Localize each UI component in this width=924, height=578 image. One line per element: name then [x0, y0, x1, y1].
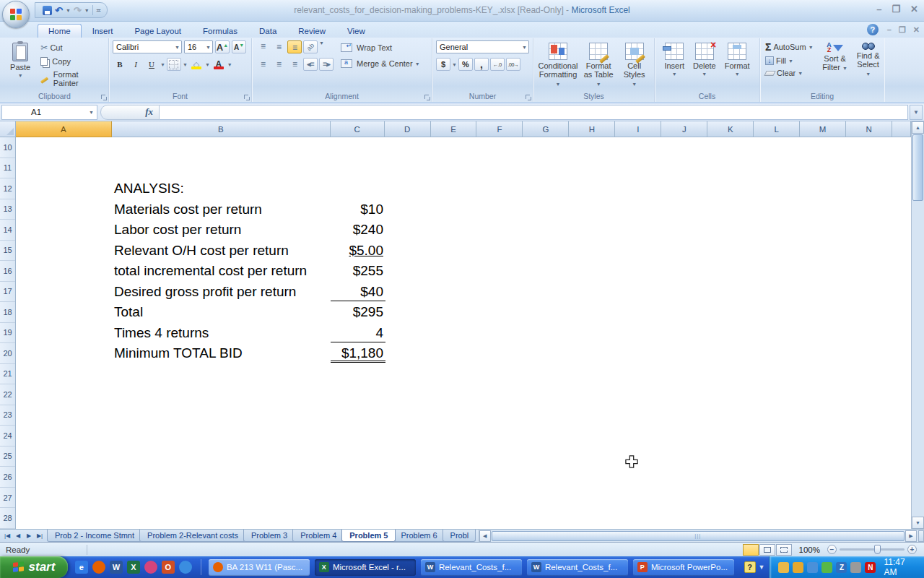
- tab-split-handle[interactable]: [918, 530, 924, 542]
- wrap-text-button[interactable]: Wrap Text: [339, 43, 422, 53]
- last-sheet-button[interactable]: ▶|: [35, 532, 45, 539]
- word-icon[interactable]: W: [110, 561, 123, 574]
- accounting-format-button[interactable]: $: [436, 58, 450, 71]
- font-color-dropdown[interactable]: ▼: [227, 62, 232, 67]
- font-color-button[interactable]: A: [212, 58, 226, 71]
- sheet-tab-problem-5[interactable]: Problem 5: [341, 530, 396, 542]
- sheet-tab-prob-2-income-stmnt[interactable]: Prob 2 - Income Stmnt: [47, 530, 142, 542]
- autosum-button[interactable]: ΣAutoSum▼: [764, 40, 815, 53]
- taskbar-button-excel[interactable]: XMicrosoft Excel - r...: [315, 559, 416, 576]
- accounting-dropdown[interactable]: ▼: [452, 62, 457, 67]
- underline-button[interactable]: U: [144, 58, 159, 71]
- insert-cells-button[interactable]: Insert▼: [661, 40, 687, 92]
- column-header-G[interactable]: G: [523, 121, 569, 137]
- format-as-table-button[interactable]: Format as Table ▼: [580, 40, 616, 92]
- shrink-font-button[interactable]: A▼: [232, 40, 246, 53]
- column-header-L[interactable]: L: [754, 121, 800, 137]
- minimize-button[interactable]: –: [876, 4, 881, 14]
- paste-button[interactable]: Paste▼: [4, 40, 36, 92]
- borders-button[interactable]: [167, 58, 181, 71]
- decrease-indent-button[interactable]: ⫷≡: [303, 58, 318, 71]
- normal-view-button[interactable]: [743, 544, 759, 556]
- zoom-in-button[interactable]: +: [907, 545, 917, 554]
- page-break-view-button[interactable]: [776, 544, 792, 556]
- scroll-left-icon[interactable]: ◀: [479, 530, 491, 542]
- sort-filter-button[interactable]: AZ Sort & Filter ▼: [819, 40, 851, 92]
- zoom-slider-track[interactable]: [840, 548, 905, 551]
- number-format-combo[interactable]: General▼: [436, 40, 529, 53]
- row-header-19[interactable]: 19: [0, 323, 15, 344]
- horizontal-scroll-thumb[interactable]: |||: [492, 531, 905, 541]
- clipboard-dialog-launcher[interactable]: [100, 94, 107, 100]
- find-select-button[interactable]: Find & Select ▼: [853, 40, 884, 92]
- row-header-14[interactable]: 14: [0, 220, 15, 241]
- column-header-M[interactable]: M: [800, 121, 846, 137]
- number-dialog-launcher[interactable]: [525, 94, 531, 100]
- merge-center-button[interactable]: Merge & Center▼: [339, 59, 422, 69]
- bottom-align-button[interactable]: ≡: [287, 40, 302, 53]
- page-layout-view-button[interactable]: [759, 544, 775, 556]
- column-header-I[interactable]: I: [615, 121, 661, 137]
- tab-view[interactable]: View: [336, 24, 376, 38]
- column-header-B[interactable]: B: [112, 121, 331, 137]
- help-tray-icon[interactable]: ?: [744, 561, 756, 573]
- column-header-H[interactable]: H: [569, 121, 615, 137]
- excel-icon[interactable]: X: [127, 561, 140, 574]
- orientation-dropdown[interactable]: ▼: [319, 40, 324, 53]
- customize-qat-button[interactable]: ≖: [96, 7, 102, 14]
- close-button[interactable]: ✕: [910, 4, 918, 14]
- scroll-right-icon[interactable]: ▶: [905, 530, 917, 542]
- tray-z-icon[interactable]: Z: [836, 562, 847, 573]
- row-header-22[interactable]: 22: [0, 384, 15, 405]
- conditional-formatting-button[interactable]: Conditional Formatting ▼: [537, 40, 579, 92]
- tab-insert[interactable]: Insert: [82, 24, 124, 38]
- row-header-23[interactable]: 23: [0, 405, 15, 426]
- redo-dropdown[interactable]: ▼: [84, 8, 90, 13]
- cell-styles-button[interactable]: Cell Styles ▼: [618, 40, 650, 92]
- row-header-13[interactable]: 13: [0, 199, 15, 220]
- insert-function-button[interactable]: fx: [100, 105, 160, 120]
- redo-button[interactable]: ↷: [74, 6, 82, 15]
- zoom-out-button[interactable]: −: [827, 545, 837, 554]
- row-header-28[interactable]: 28: [0, 508, 15, 529]
- row-header-16[interactable]: 16: [0, 261, 15, 282]
- taskbar-button-powerpoint[interactable]: PMicrosoft PowerPo...: [633, 559, 734, 576]
- column-header-A[interactable]: A: [16, 121, 112, 137]
- first-sheet-button[interactable]: |◀: [2, 532, 12, 539]
- decrease-decimal-button[interactable]: .00→: [506, 58, 520, 71]
- tray-volume-icon[interactable]: [850, 562, 861, 573]
- scroll-up-icon[interactable]: ▲: [912, 121, 924, 134]
- grow-font-button[interactable]: A▲: [215, 40, 230, 53]
- cut-button[interactable]: ✂Cut: [39, 42, 105, 53]
- format-cells-button[interactable]: Format▼: [722, 40, 753, 92]
- vertical-scroll-thumb[interactable]: [912, 134, 923, 201]
- row-header-18[interactable]: 18: [0, 302, 15, 323]
- office-button[interactable]: [2, 1, 30, 28]
- fill-button[interactable]: ↓Fill▼: [764, 56, 815, 66]
- zoom-level[interactable]: 100%: [799, 545, 820, 554]
- prev-sheet-button[interactable]: ◀: [13, 532, 23, 539]
- column-header-D[interactable]: D: [385, 121, 431, 137]
- sheet-tab-problem-2-relevant-costs[interactable]: Problem 2-Relevant costs: [139, 530, 246, 542]
- sheet-tab-problem-3[interactable]: Problem 3: [243, 530, 295, 542]
- restore-button[interactable]: ❐: [892, 4, 900, 14]
- top-align-button[interactable]: ≡: [256, 40, 270, 53]
- font-name-combo[interactable]: Calibri▼: [113, 40, 182, 53]
- tray-messenger-icon[interactable]: [778, 562, 789, 573]
- column-header-J[interactable]: J: [661, 121, 707, 137]
- outlook-icon[interactable]: O: [162, 561, 175, 574]
- save-icon[interactable]: [43, 6, 52, 15]
- help-icon[interactable]: ?: [867, 24, 879, 35]
- tray-shield-icon[interactable]: [793, 562, 803, 573]
- row-header-10[interactable]: 10: [0, 137, 15, 158]
- undo-dropdown[interactable]: ▼: [66, 8, 71, 13]
- zoom-slider-thumb[interactable]: [874, 545, 881, 554]
- firefox-icon[interactable]: [92, 561, 105, 574]
- orientation-button[interactable]: ab: [303, 40, 318, 53]
- percent-style-button[interactable]: %: [458, 58, 473, 71]
- cells-area[interactable]: ANALYSIS:Materials cost per return$10Lab…: [16, 137, 911, 529]
- borders-dropdown[interactable]: ▼: [183, 62, 188, 67]
- align-left-button[interactable]: ≡: [256, 58, 270, 71]
- copy-button[interactable]: Copy: [39, 56, 105, 66]
- taskbar-chevron-icon[interactable]: ▼: [759, 564, 765, 571]
